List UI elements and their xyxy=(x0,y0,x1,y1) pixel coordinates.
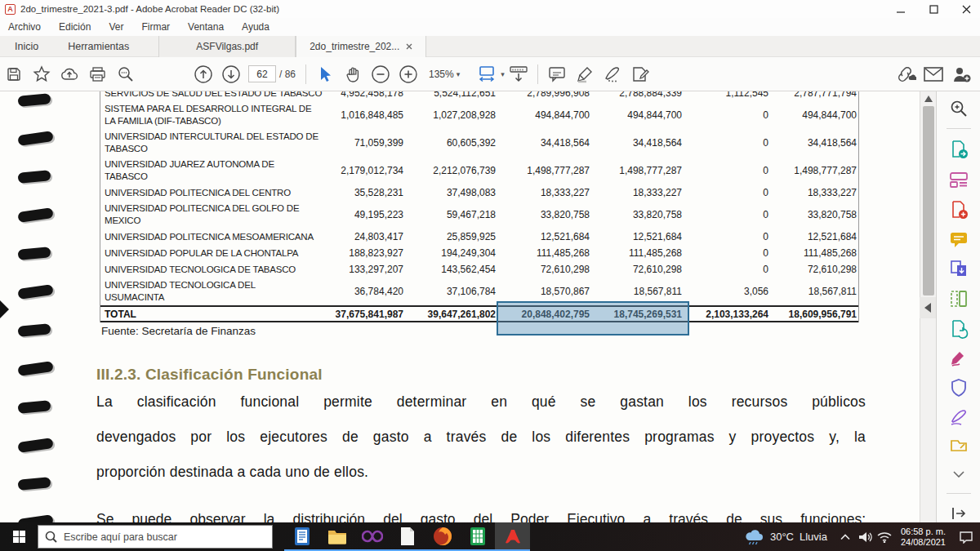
cell-value: 5,524,112,651 xyxy=(407,91,499,99)
tab-asfvilgas[interactable]: ASFVilgas.pdf xyxy=(158,36,296,57)
cell-value: 34,418,564 xyxy=(772,137,860,149)
chevron-down-icon[interactable] xyxy=(949,465,969,483)
search-icon[interactable] xyxy=(111,61,139,87)
windows-taskbar: 30°C Lluvia 06:58 p. m. 24/08/2021 xyxy=(0,522,980,551)
combine-files-icon[interactable] xyxy=(949,259,969,278)
highlight-pen-icon[interactable] xyxy=(571,61,599,87)
selection-highlight xyxy=(497,301,689,335)
cell-value: 18,567,811 xyxy=(772,286,860,297)
open-tools-pane-icon[interactable] xyxy=(949,504,969,522)
share-link-icon[interactable] xyxy=(892,61,920,87)
organize-pages-icon[interactable] xyxy=(949,289,969,309)
email-icon[interactable] xyxy=(920,61,947,87)
close-icon[interactable] xyxy=(959,2,973,16)
entity-name: UNIVERSIDAD POPULAR DE LA CHONTALPA xyxy=(100,247,333,260)
edit-pdf-icon[interactable] xyxy=(949,170,969,189)
taskbar-infinity-app[interactable] xyxy=(354,522,390,551)
cell-value: 1,498,777,287 xyxy=(499,165,593,176)
export-pdf-icon[interactable] xyxy=(949,140,969,159)
menu-firmar[interactable]: Firmar xyxy=(141,21,170,33)
fill-sign-icon[interactable] xyxy=(626,61,654,87)
clock[interactable]: 06:58 p. m. 24/08/2021 xyxy=(894,527,952,548)
menu-ventana[interactable]: Ventana xyxy=(188,21,224,33)
tray-chevron-up-icon[interactable] xyxy=(835,522,855,551)
zoom-level-select[interactable]: 135% xyxy=(429,69,454,80)
star-favorite-icon[interactable] xyxy=(28,61,56,87)
menu-archivo[interactable]: Archivo xyxy=(8,21,41,33)
taskbar-document-app[interactable] xyxy=(390,522,425,551)
taskbar-search[interactable] xyxy=(38,525,273,549)
taskbar-file-explorer[interactable] xyxy=(319,522,354,551)
taskbar-firefox[interactable] xyxy=(425,522,460,551)
cell-value: 133,297,207 xyxy=(333,264,407,275)
save-icon[interactable] xyxy=(0,61,28,87)
fit-width-icon[interactable] xyxy=(473,61,501,87)
tab-inicio[interactable]: Inicio xyxy=(0,36,53,57)
menu-ayuda[interactable]: Ayuda xyxy=(242,21,270,33)
taskbar-calc-app[interactable] xyxy=(460,522,495,551)
cell-value: 0 xyxy=(685,209,772,220)
search-icon xyxy=(45,531,57,543)
search-document-icon[interactable] xyxy=(949,100,969,118)
table-row: UNIVERSIDAD POLITECNICA MESOAMERICANA24,… xyxy=(100,229,858,245)
zoom-in-icon[interactable] xyxy=(394,61,422,87)
comment-tool-icon[interactable] xyxy=(949,230,969,248)
weather-widget[interactable]: 30°C Lluvia xyxy=(735,522,835,551)
add-person-icon[interactable] xyxy=(947,61,975,87)
zoom-caret-icon[interactable]: ▾ xyxy=(457,70,461,78)
document-area: SERVICIOS DE SALUD DEL ESTADO DE TABASCO… xyxy=(0,91,980,522)
hand-tool-icon[interactable] xyxy=(339,61,367,87)
compress-pdf-icon[interactable] xyxy=(949,319,969,339)
entity-name: SERVICIOS DE SALUD DEL ESTADO DE TABASCO xyxy=(100,91,333,100)
menu-ver[interactable]: Ver xyxy=(109,21,123,33)
time-label: 06:58 p. m. xyxy=(901,527,946,537)
taskbar-writer-app[interactable] xyxy=(284,522,319,551)
minimize-icon[interactable] xyxy=(893,2,908,16)
section-heading: III.2.3. Clasificación Funcional xyxy=(96,366,323,384)
start-button[interactable] xyxy=(0,522,38,551)
cell-value: 37,498,083 xyxy=(407,187,499,198)
speaker-icon[interactable] xyxy=(855,522,875,551)
print-icon[interactable] xyxy=(83,61,111,87)
cell-value: 494,844,700 xyxy=(772,109,860,121)
tools-panel xyxy=(936,91,980,522)
wifi-icon[interactable] xyxy=(875,522,894,551)
menu-edicion[interactable]: Edición xyxy=(59,21,91,33)
spiral-ring xyxy=(17,131,53,146)
table-row: SERVICIOS DE SALUD DEL ESTADO DE TABASCO… xyxy=(100,91,858,101)
comment-icon[interactable] xyxy=(543,61,571,87)
cell-value: 3,056 xyxy=(685,286,772,297)
fill-sign-tool-icon[interactable] xyxy=(949,349,969,367)
previous-page-icon[interactable] xyxy=(189,61,217,87)
cell-value: 72,610,298 xyxy=(772,264,860,275)
cell-value: 2,212,076,739 xyxy=(407,165,499,176)
create-pdf-icon[interactable] xyxy=(949,200,969,220)
sign-pen-icon[interactable] xyxy=(599,61,626,87)
tab-2do-trimestre[interactable]: 2do_trimestre_202... xyxy=(296,36,426,57)
selection-tool-icon[interactable] xyxy=(311,61,339,87)
table-row: UNIVERSIDAD JUAREZ AUTONOMA DETABASCO2,1… xyxy=(100,157,858,184)
next-page-icon[interactable] xyxy=(217,61,245,87)
scrollbar-thumb[interactable] xyxy=(923,106,934,295)
cell-value: 194,249,304 xyxy=(407,247,499,259)
maximize-icon[interactable] xyxy=(926,2,941,16)
cell-value: 37,106,784 xyxy=(407,286,499,297)
tab-herramientas[interactable]: Herramientas xyxy=(53,36,144,57)
left-pane-expander-icon[interactable] xyxy=(0,300,9,318)
search-input[interactable] xyxy=(64,531,252,543)
scroll-up-icon[interactable] xyxy=(924,96,933,102)
zoom-out-icon[interactable] xyxy=(367,61,394,87)
share-cloud-icon[interactable] xyxy=(56,61,83,87)
certificates-icon[interactable] xyxy=(949,408,969,426)
clipped-paragraph-line: Se puede observar la distribución del ga… xyxy=(96,511,866,522)
tab-close-icon[interactable] xyxy=(406,43,412,50)
collapse-tools-pane-button[interactable] xyxy=(920,297,936,318)
reading-mode-icon[interactable] xyxy=(505,61,532,87)
action-center-icon[interactable] xyxy=(952,522,980,551)
cell-value: 494,844,700 xyxy=(593,109,685,121)
protect-pdf-icon[interactable] xyxy=(949,378,969,398)
taskbar-acrobat[interactable] xyxy=(495,522,530,551)
more-tools-icon[interactable] xyxy=(949,437,969,455)
page-number-input[interactable]: 62 xyxy=(248,65,276,82)
entity-name: UNIVERSIDAD POLITECNICA DEL GOLFO DEMEXI… xyxy=(100,202,333,227)
